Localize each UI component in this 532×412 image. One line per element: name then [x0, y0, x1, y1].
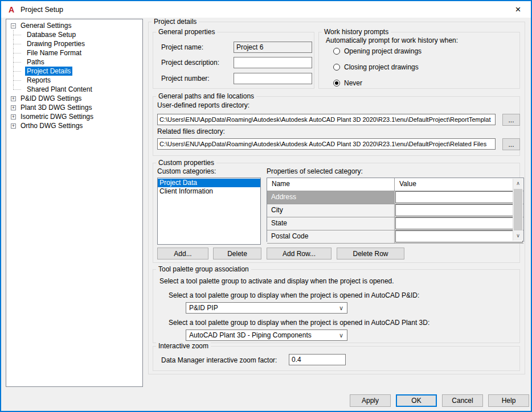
radio-icon — [333, 48, 340, 55]
column-header-value: Value — [395, 178, 523, 191]
zoom-factor-label: Data Manager interactive zoom factor: — [161, 356, 277, 364]
cancel-button[interactable]: Cancel — [442, 394, 483, 407]
tree-item-database-setup[interactable]: Database Setup — [6, 30, 142, 39]
table-row: State — [267, 217, 523, 230]
row-value-cell — [395, 217, 523, 230]
radio-label: Never — [344, 79, 362, 87]
tree-item-label: Drawing Properties — [25, 39, 87, 48]
related-files-label: Related files directory: — [157, 127, 225, 135]
tree-item-label: Database Setup — [25, 30, 77, 39]
scroll-down-icon[interactable]: ∨ — [513, 231, 523, 241]
settings-tree: − General Settings Database Setup Drawin… — [6, 19, 143, 387]
custom-categories-listbox: Project Data Client Information — [157, 178, 261, 245]
group-title: General paths and file locations — [156, 92, 256, 100]
row-name-postal-code[interactable]: Postal Code — [267, 230, 395, 243]
tree-item-ortho-dwg-settings[interactable]: + Ortho DWG Settings — [6, 121, 142, 130]
add-row-button[interactable]: Add Row... — [267, 248, 332, 259]
browse-related-button[interactable]: ... — [502, 138, 520, 150]
project-name-field[interactable] — [234, 42, 312, 53]
radio-opening-project-drawings[interactable]: Opening project drawings — [333, 47, 421, 56]
radio-label: Opening project drawings — [344, 47, 421, 55]
expand-icon[interactable]: + — [11, 123, 16, 129]
scroll-up-icon[interactable]: ∧ — [513, 179, 523, 188]
title-bar: A Project Setup × — [1, 1, 531, 18]
browse-reports-button[interactable]: ... — [502, 114, 520, 126]
radio-label: Closing project drawings — [344, 63, 419, 71]
chevron-down-icon: ∨ — [339, 330, 343, 340]
project-setup-dialog: A Project Setup × − General Settings Dat… — [0, 0, 532, 412]
add-category-button[interactable]: Add... — [157, 248, 208, 259]
delete-category-button[interactable]: Delete — [213, 248, 261, 259]
tree-item-plant3d-dwg-settings[interactable]: + Plant 3D DWG Settings — [6, 103, 142, 112]
category-client-information[interactable]: Client Information — [158, 187, 260, 196]
table-header: Name Value — [267, 178, 523, 191]
plant3d-palette-label: Select a tool palette group to display w… — [169, 319, 429, 327]
tree-item-pid-dwg-settings[interactable]: + P&ID DWG Settings — [6, 94, 142, 103]
group-title: Tool palette group association — [156, 265, 251, 273]
value-input[interactable] — [395, 204, 523, 216]
zoom-factor-field[interactable] — [289, 354, 346, 365]
properties-table-label: Properties of selected category: — [267, 167, 363, 175]
tree-item-shared-plant-content[interactable]: Shared Plant Content — [6, 85, 142, 94]
work-history-prompt-label: Automatically prompt for work history wh… — [326, 36, 458, 44]
ok-button[interactable]: OK — [396, 394, 437, 407]
autocad-logo-icon: A — [7, 5, 16, 14]
category-project-data[interactable]: Project Data — [158, 179, 260, 187]
plant3d-palette-dropdown[interactable]: AutoCAD Plant 3D - Piping Components ∨ — [186, 329, 347, 341]
tree-item-label: Paths — [25, 57, 46, 67]
group-title: General properties — [156, 28, 217, 36]
project-number-field[interactable] — [234, 73, 312, 84]
radio-closing-project-drawings[interactable]: Closing project drawings — [333, 63, 419, 72]
column-header-name: Name — [267, 178, 395, 191]
expand-icon[interactable]: + — [11, 96, 16, 101]
radio-icon — [333, 64, 340, 71]
reports-directory-label: User-defined reports directory: — [157, 101, 249, 109]
row-name-state[interactable]: State — [267, 217, 395, 230]
group-title: Project details — [152, 18, 199, 26]
tree-item-label-selected: Project Details — [25, 67, 72, 76]
expand-icon[interactable]: + — [11, 114, 16, 120]
tree-item-project-details[interactable]: Project Details — [6, 67, 142, 76]
close-icon[interactable]: × — [505, 1, 531, 18]
related-files-field[interactable]: C:\Users\ENU\AppData\Roaming\Autodesk\Au… — [157, 138, 496, 150]
table-row: Postal Code — [267, 230, 523, 244]
collapse-icon[interactable]: − — [11, 23, 16, 28]
pid-palette-dropdown[interactable]: P&ID PIP ∨ — [186, 302, 347, 314]
delete-row-button[interactable]: Delete Row — [337, 248, 404, 259]
tree-item-reports[interactable]: Reports — [6, 76, 142, 85]
radio-never[interactable]: Never — [333, 79, 362, 88]
tree-item-drawing-properties[interactable]: Drawing Properties — [6, 39, 142, 48]
row-name-address[interactable]: Address — [267, 191, 395, 204]
project-name-label: Project name: — [161, 43, 203, 51]
expand-icon[interactable]: + — [11, 105, 16, 110]
project-description-label: Project description: — [161, 59, 219, 67]
tree-item-file-name-format[interactable]: File Name Format — [6, 48, 142, 57]
row-name-city[interactable]: City — [267, 204, 395, 217]
reports-directory-field[interactable]: C:\Users\ENU\AppData\Roaming\Autodesk\Au… — [157, 114, 496, 125]
table-scrollbar[interactable]: ∧ ∨ — [513, 179, 523, 241]
dropdown-value: AutoCAD Plant 3D - Piping Components — [189, 331, 312, 339]
chevron-down-icon: ∨ — [339, 303, 343, 313]
tree-item-label: Ortho DWG Settings — [19, 121, 84, 130]
value-input[interactable] — [395, 217, 523, 229]
table-row: City — [267, 204, 523, 217]
project-description-field[interactable] — [234, 57, 312, 68]
tool-palette-intro-label: Select a tool palette group to activate … — [159, 277, 394, 285]
scrollbar-thumb[interactable] — [514, 189, 522, 230]
tree-item-isometric-dwg-settings[interactable]: + Isometric DWG Settings — [6, 112, 142, 121]
value-input[interactable] — [395, 191, 523, 203]
group-title: Interactive zoom — [156, 342, 211, 350]
tree-item-label: Reports — [25, 76, 52, 85]
tree-item-label: Shared Plant Content — [25, 85, 94, 94]
tree-item-label: Plant 3D DWG Settings — [19, 103, 93, 112]
apply-button[interactable]: Apply — [350, 394, 391, 407]
tree-item-general-settings[interactable]: − General Settings — [6, 21, 142, 30]
tree-item-label: General Settings — [19, 21, 73, 30]
group-title: Custom properties — [156, 159, 216, 167]
help-button[interactable]: Help — [488, 394, 529, 407]
tree-item-label: P&ID DWG Settings — [19, 94, 83, 103]
row-value-cell — [395, 230, 523, 243]
tree-item-paths[interactable]: Paths — [6, 57, 142, 67]
value-input[interactable] — [395, 230, 523, 242]
project-number-label: Project number: — [161, 75, 210, 83]
